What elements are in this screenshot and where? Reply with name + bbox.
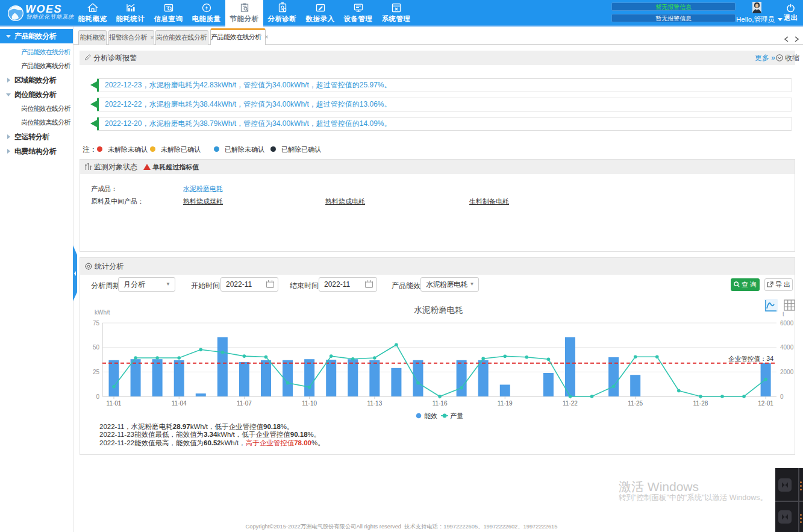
svg-text:企业管控值：34: 企业管控值：34: [728, 355, 773, 362]
svg-text:2000: 2000: [780, 369, 794, 375]
svg-text:11-16: 11-16: [433, 400, 448, 407]
svg-text:12-01: 12-01: [758, 400, 773, 407]
svg-text:75: 75: [93, 320, 100, 327]
svg-text:11-01: 11-01: [107, 400, 122, 407]
svg-text:11-10: 11-10: [302, 400, 317, 407]
svg-text:能效: 能效: [424, 412, 437, 419]
svg-text:11-04: 11-04: [172, 400, 187, 407]
svg-text:4000: 4000: [780, 344, 794, 351]
svg-text:0: 0: [96, 393, 99, 400]
svg-text:25: 25: [93, 369, 100, 375]
svg-text:t: t: [783, 311, 784, 318]
svg-text:11-25: 11-25: [628, 400, 643, 407]
svg-text:产量: 产量: [450, 412, 463, 419]
svg-text:11-22: 11-22: [563, 400, 578, 407]
svg-text:kWh/t: kWh/t: [95, 309, 110, 316]
svg-text:6000: 6000: [780, 320, 794, 327]
svg-text:水泥粉磨电耗: 水泥粉磨电耗: [414, 305, 463, 315]
svg-text:11-28: 11-28: [693, 400, 708, 407]
svg-text:11-07: 11-07: [237, 400, 252, 407]
svg-text:11-19: 11-19: [498, 400, 513, 407]
svg-text:11-13: 11-13: [367, 400, 382, 407]
svg-text:0: 0: [780, 393, 784, 400]
svg-text:50: 50: [93, 344, 100, 351]
